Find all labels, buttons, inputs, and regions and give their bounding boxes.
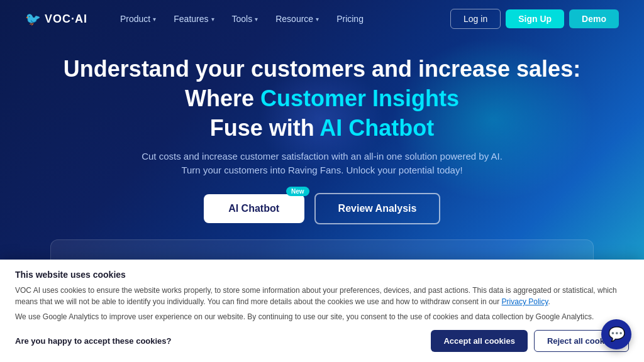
cookie-action-buttons: Accept all cookies Reject all cookies [431, 330, 629, 352]
ai-chatbot-button[interactable]: AI Chatbot [204, 194, 304, 223]
chatbot-button-wrapper: New AI Chatbot [204, 194, 304, 223]
demo-button[interactable]: Demo [569, 9, 619, 28]
logo-text: VOC·AI [45, 13, 87, 26]
cookie-title: This website uses cookies [15, 270, 629, 280]
cookie-text-1: VOC AI uses cookies to ensure the websit… [15, 285, 629, 307]
nav-links: Product ▾ Features ▾ Tools ▾ Resource ▾ … [113, 10, 450, 28]
chevron-down-icon: ▾ [211, 16, 214, 23]
nav-item-features[interactable]: Features ▾ [166, 10, 221, 28]
cookie-text-2: We use Google Analytics to improve user … [15, 311, 629, 322]
nav-item-pricing[interactable]: Pricing [329, 10, 371, 28]
chevron-down-icon: ▾ [153, 16, 156, 23]
hero-section: Understand your customers and increase s… [0, 38, 644, 224]
hero-title-line1: Understand your customers and increase s… [50, 55, 594, 82]
privacy-policy-link[interactable]: Privacy Policy [502, 297, 548, 306]
hero-title-line2: Where Customer Insights [50, 85, 594, 112]
cookie-banner: This website uses cookies VOC AI uses co… [0, 260, 644, 362]
navbar: 🐦 VOC·AI Product ▾ Features ▾ Tools ▾ Re… [0, 0, 644, 38]
cookie-question: Are you happy to accept these cookies? [15, 336, 172, 346]
logo-icon: 🐦 [25, 11, 41, 26]
nav-item-product[interactable]: Product ▾ [113, 10, 164, 28]
chevron-down-icon: ▾ [316, 16, 319, 23]
accept-cookies-button[interactable]: Accept all cookies [431, 330, 527, 352]
logo[interactable]: 🐦 VOC·AI [25, 11, 87, 26]
signup-button[interactable]: Sign Up [506, 9, 564, 28]
hero-subtitle: Cut costs and increase customer satisfac… [50, 150, 594, 178]
nav-item-tools[interactable]: Tools ▾ [225, 10, 266, 28]
hero-title-line3: Fuse with AI Chatbot [50, 114, 594, 141]
nav-item-resource[interactable]: Resource ▾ [268, 10, 326, 28]
nav-actions: Log in Sign Up Demo [450, 9, 619, 29]
review-analysis-button[interactable]: Review Analysis [314, 193, 441, 224]
chevron-down-icon: ▾ [255, 16, 258, 23]
chat-icon: 💬 [608, 326, 625, 343]
login-button[interactable]: Log in [450, 9, 501, 29]
chat-support-bubble[interactable]: 💬 [601, 319, 631, 349]
cookie-footer: Are you happy to accept these cookies? A… [15, 330, 629, 352]
hero-cta-buttons: New AI Chatbot Review Analysis [50, 193, 594, 224]
new-badge: New [286, 187, 309, 196]
